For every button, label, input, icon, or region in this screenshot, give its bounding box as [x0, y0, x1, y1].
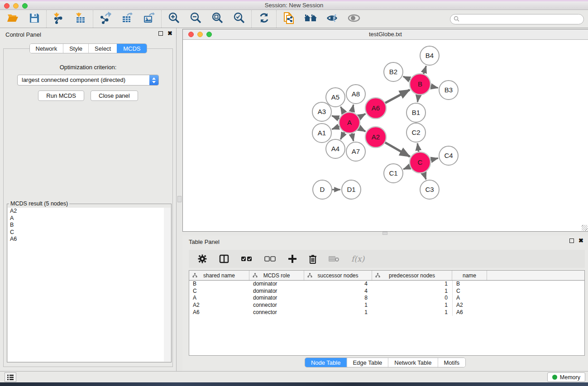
graph-edge[interactable] — [352, 105, 354, 112]
graph-edge[interactable] — [423, 66, 426, 74]
tab-mcds[interactable]: MCDS — [117, 44, 146, 53]
table-cell[interactable]: 4 — [304, 288, 372, 295]
list-item[interactable]: C — [8, 229, 171, 236]
table-cell[interactable]: 1 — [372, 309, 452, 316]
horizontal-splitter-grip[interactable] — [382, 232, 387, 235]
column-settings-button[interactable] — [197, 254, 207, 264]
table-cell[interactable]: A — [189, 295, 249, 302]
mcds-result-list[interactable]: A2ABCA6 — [8, 208, 171, 362]
table-cell[interactable]: A2 — [189, 302, 249, 309]
table-cell[interactable]: A6 — [452, 309, 487, 316]
table-cell[interactable]: 1 — [304, 309, 372, 316]
table-cell[interactable]: C — [452, 288, 487, 295]
delete-columns-button[interactable] — [309, 254, 317, 264]
tab-motifs[interactable]: Motifs — [437, 358, 465, 367]
toggle-panel-split-button[interactable] — [219, 254, 229, 264]
column-header-name[interactable]: name — [452, 271, 487, 280]
zoom-selected-button[interactable] — [233, 13, 245, 25]
table-body[interactable]: Bdominator41BCdominator41CAdominator80AA… — [189, 281, 584, 316]
graph-edge[interactable] — [430, 158, 438, 160]
add-column-button[interactable] — [288, 254, 297, 263]
table-row[interactable]: Cdominator41C — [189, 288, 584, 295]
list-item[interactable]: A — [8, 215, 171, 222]
table-cell[interactable]: C — [189, 288, 249, 295]
table-cell[interactable]: 8 — [304, 295, 372, 302]
tab-style[interactable]: Style — [63, 44, 88, 53]
graph-edge[interactable] — [341, 107, 344, 114]
export-network-button[interactable] — [99, 13, 112, 25]
panel-divider-grip[interactable] — [177, 196, 182, 202]
graph-edge[interactable] — [359, 114, 365, 118]
node-table[interactable]: shared nameMCDS rolesuccessor nodesprede… — [189, 270, 585, 356]
column-header-shared-name[interactable]: shared name — [189, 271, 249, 280]
table-cell[interactable]: connector — [249, 309, 304, 316]
graph-edge[interactable] — [417, 95, 418, 102]
graph-edge[interactable] — [340, 132, 344, 139]
network-canvas[interactable]: B4B2BB3A8A5A6A3B1AC2A1A2A4A7C4CC1DD1C3 — [183, 40, 588, 231]
table-cell[interactable]: 1 — [372, 281, 452, 288]
run-mcds-button[interactable]: Run MCDS — [38, 91, 84, 101]
network-window-titlebar[interactable]: testGlobe.txt — [183, 29, 588, 40]
table-header-row[interactable]: shared nameMCDS rolesuccessor nodesprede… — [189, 271, 584, 281]
close-window-button[interactable] — [4, 3, 10, 9]
criterion-dropdown[interactable]: largest connected component (directed) — [17, 75, 159, 86]
export-table-button[interactable] — [121, 13, 134, 25]
minimize-window-button[interactable] — [13, 3, 19, 9]
net-minimize-button[interactable] — [197, 32, 203, 37]
search-box[interactable] — [450, 14, 584, 24]
window-controls[interactable] — [4, 3, 28, 9]
zoom-fit-button[interactable] — [211, 13, 224, 25]
table-cell[interactable]: B — [452, 281, 487, 288]
open-session-button[interactable] — [6, 13, 19, 25]
graph-edge[interactable] — [403, 167, 410, 169]
export-image-button[interactable] — [143, 13, 155, 25]
show-graphics-details-button[interactable] — [348, 13, 360, 25]
table-cell[interactable]: dominator — [249, 281, 304, 288]
table-cell[interactable]: 0 — [372, 295, 452, 302]
result-scrollbar[interactable] — [164, 208, 171, 362]
list-item[interactable]: A6 — [8, 236, 171, 243]
import-network-button[interactable] — [53, 13, 65, 25]
table-cell[interactable]: 1 — [372, 302, 452, 309]
graph-edge[interactable] — [430, 86, 438, 88]
refresh-layout-button[interactable] — [258, 13, 270, 25]
table-row[interactable]: Bdominator41B — [189, 281, 584, 288]
table-cell[interactable]: 4 — [304, 281, 372, 288]
network-snapshot-button[interactable] — [282, 13, 295, 25]
birdseye-view-button[interactable] — [304, 13, 317, 25]
zoom-window-button[interactable] — [22, 3, 28, 9]
graph-edge[interactable] — [417, 143, 419, 152]
table-cell[interactable]: A6 — [189, 309, 249, 316]
save-session-button[interactable] — [28, 13, 40, 25]
net-close-button[interactable] — [188, 32, 194, 37]
table-cell[interactable]: A — [452, 295, 487, 302]
net-zoom-button[interactable] — [206, 32, 212, 37]
table-cell[interactable]: 1 — [304, 302, 372, 309]
table-row[interactable]: Adominator80A — [189, 295, 584, 302]
deselect-all-button[interactable] — [264, 256, 276, 262]
table-row[interactable]: A6connector11A6 — [189, 309, 584, 316]
graph-edge[interactable] — [359, 128, 365, 131]
delete-table-button[interactable] — [329, 255, 339, 262]
table-cell[interactable]: dominator — [249, 288, 304, 295]
table-cell[interactable]: connector — [249, 302, 304, 309]
task-history-button[interactable] — [5, 372, 16, 382]
graph-edge[interactable] — [332, 126, 339, 129]
hide-graphics-details-button[interactable] — [326, 13, 339, 25]
column-header-predecessor-nodes[interactable]: predecessor nodes — [372, 271, 452, 280]
search-input[interactable] — [462, 16, 583, 23]
network-view-window[interactable]: testGlobe.txt B4B2BB3A8A5A6A3B1AC2A1A2A4… — [182, 29, 588, 232]
tab-network-table[interactable]: Network Table — [388, 358, 437, 367]
graph-edge[interactable] — [403, 76, 411, 80]
select-all-button[interactable] — [241, 256, 253, 262]
list-item[interactable]: A2 — [8, 208, 171, 215]
tab-edge-table[interactable]: Edge Table — [346, 358, 388, 367]
graph-edge[interactable] — [332, 116, 339, 119]
float-panel-icon[interactable] — [158, 31, 163, 36]
float-table-panel-icon[interactable] — [569, 238, 574, 243]
graph-edge[interactable] — [385, 90, 410, 103]
tab-node-table[interactable]: Node Table — [305, 358, 347, 367]
zoom-in-button[interactable] — [167, 13, 180, 25]
graph-edge[interactable] — [385, 142, 410, 157]
column-header-successor-nodes[interactable]: successor nodes — [304, 271, 372, 280]
